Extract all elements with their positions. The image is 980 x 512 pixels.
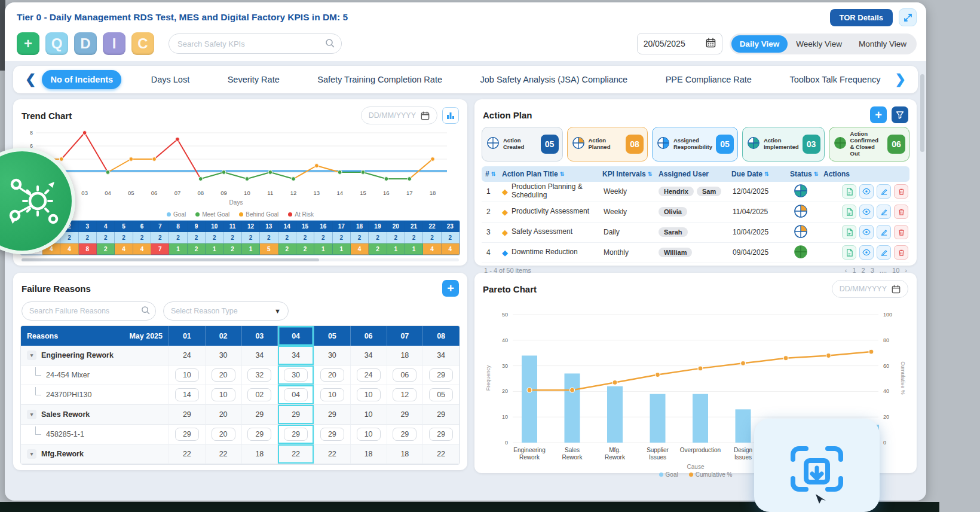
pdf-export-icon[interactable] [842,205,856,219]
view-icon[interactable] [859,184,874,199]
editable-value[interactable]: 10 [357,428,381,441]
column-header-action-plan-title[interactable]: Action Plan Title⇅ [498,170,599,178]
expand-icon[interactable] [899,8,917,26]
tab-no-of-incidents[interactable]: No of Incidents [42,70,121,89]
day-header-cell: 23 [442,221,460,232]
trend-date-picker[interactable]: DD/MM/YYYY [361,106,437,124]
editable-value[interactable]: 29 [429,368,453,382]
tab-days-lost[interactable]: Days Lost [143,70,198,89]
chart-type-icon[interactable] [442,107,459,124]
tab-severity-rate[interactable]: Severity Rate [219,70,288,89]
pareto-chart-title: Pareto Chart [483,284,537,294]
svg-text:20: 20 [502,388,508,394]
tab-toolbox-talk-frequency[interactable]: Toolbox Talk Frequency [781,70,889,89]
day-column-header[interactable]: 05 [314,326,351,346]
column-header-due-date[interactable]: Due Date⇅ [728,170,786,178]
failure-search-input[interactable] [22,301,156,321]
editable-value[interactable]: 20 [212,368,235,382]
view-button-daily-view[interactable]: Daily View [731,35,788,53]
pdf-export-icon[interactable] [842,225,856,239]
editable-value[interactable]: 06 [393,368,416,382]
row-expand-icon[interactable]: ▾ [27,449,36,459]
add-failure-reason-button[interactable]: + [442,280,459,297]
editable-value[interactable]: 10 [320,388,344,401]
tabs-scroll-left-icon[interactable]: ❮ [22,73,39,86]
view-icon[interactable] [859,245,874,260]
editable-value[interactable]: 24 [357,368,381,382]
edit-icon[interactable] [877,245,891,260]
day-column-header[interactable]: 03 [242,326,278,346]
editable-value[interactable]: 10 [357,388,381,401]
editable-value[interactable]: 10 [175,368,199,382]
delete-icon[interactable] [894,245,908,260]
view-button-weekly-view[interactable]: Weekly View [788,35,850,53]
editable-value[interactable]: 02 [247,388,271,401]
row-expand-icon[interactable]: ▾ [27,351,36,360]
delete-icon[interactable] [894,184,908,199]
editable-value[interactable]: 04 [284,388,308,401]
day-column-header[interactable]: 02 [206,326,242,346]
editable-value[interactable]: 20 [212,428,235,441]
editable-value[interactable]: 05 [429,388,453,401]
status-card-action-implemented[interactable]: Action Implemented03 [742,127,825,161]
date-input[interactable] [644,39,701,48]
pdf-export-icon[interactable] [842,184,856,199]
tor-details-button[interactable]: TOR Details [830,9,893,26]
delete-icon[interactable] [894,205,908,219]
editable-value[interactable]: 29 [429,428,453,441]
delete-icon[interactable] [894,225,908,239]
action-plan-title: Action Plan [483,110,532,120]
column-header-kpi-intervals[interactable]: KPI Intervals⇅ [599,170,655,178]
vertical-scrollbar[interactable] [920,74,924,493]
day-column-header[interactable]: 04 [278,326,314,346]
pareto-date-picker[interactable]: DD/MM/YYYY [832,280,908,298]
tab-job-safety-analysis-jsa-compliance[interactable]: Job Safety Analysis (JSA) Compliance [472,70,636,89]
editable-value[interactable]: 20 [320,368,344,382]
editable-value[interactable]: 32 [247,368,271,382]
filter-icon[interactable] [892,106,908,123]
editable-value[interactable]: 29 [320,428,344,441]
tab-ppe-compliance-rate[interactable]: PPE Compliance Rate [657,70,760,89]
value-cell: 22 [278,444,314,464]
row-expand-icon[interactable]: ▾ [27,410,36,419]
editable-value[interactable]: 29 [284,428,308,441]
day-column-header[interactable]: 07 [387,326,424,346]
value-cell: 04 [278,385,314,405]
action-title: ◆Production Planning & Scheduling [498,182,599,201]
status-card-action-confirmed-closed-out[interactable]: Action Confirmed & Closed Out06 [829,127,910,161]
editable-value[interactable]: 30 [284,368,308,382]
day-column-header[interactable]: 01 [169,326,206,346]
editable-value[interactable]: 29 [247,428,271,441]
action-table-header: #⇅Action Plan Title⇅KPI Intervals⇅Assign… [482,166,909,182]
editable-value[interactable]: 29 [175,428,199,441]
day-column-header[interactable]: 06 [351,326,387,346]
view-button-monthly-view[interactable]: Monthly View [850,35,915,53]
editable-value[interactable]: 12 [393,388,416,401]
day-column-header[interactable]: 08 [423,326,460,346]
tab-safety-training-completion-rate[interactable]: Safety Training Completion Rate [309,70,451,89]
edit-icon[interactable] [877,184,891,199]
column-header--[interactable]: #⇅ [482,170,498,178]
add-action-button[interactable]: + [870,106,887,123]
status-card-action-planned[interactable]: Action Planned08 [567,127,648,161]
reason-type-select[interactable]: Select Reason Type ▼ [163,301,289,321]
view-icon[interactable] [859,205,874,219]
editable-value[interactable]: 10 [212,388,235,401]
calendar-icon [421,111,430,120]
status-card-action-created[interactable]: Action Created05 [482,127,563,161]
editable-value[interactable]: 14 [175,388,199,401]
trend-table-scrollbar[interactable] [22,258,459,261]
actual-cell: 4 [133,243,151,255]
tabs-scroll-right-icon[interactable]: ❯ [892,73,909,86]
trend-chart-title: Trend Chart [22,111,72,121]
search-input[interactable] [169,33,342,54]
edit-icon[interactable] [877,205,891,219]
header-date-picker[interactable] [637,33,722,54]
status-card-assigned-responsibility[interactable]: Assigned Responsibility05 [652,127,738,161]
view-icon[interactable] [859,225,874,239]
reason-label-cell: ▾Sales Rework [21,405,169,425]
column-header-status[interactable]: Status⇅ [786,170,820,178]
editable-value[interactable]: 29 [393,428,416,441]
edit-icon[interactable] [877,225,891,239]
pdf-export-icon[interactable] [842,245,856,260]
